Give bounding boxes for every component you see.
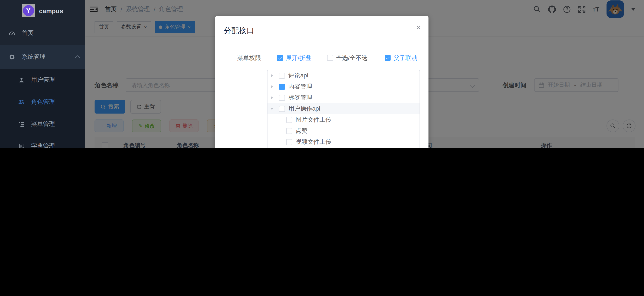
caret-right-icon[interactable] <box>271 74 273 77</box>
sidebar-item-label: 字典管理 <box>31 143 55 148</box>
tree-checkbox[interactable] <box>286 139 292 145</box>
logo-title: campus <box>39 7 63 14</box>
tree-icon <box>18 121 25 128</box>
users-icon <box>18 99 25 106</box>
expand-collapse-checkbox[interactable] <box>277 55 283 61</box>
tree-checkbox[interactable] <box>286 117 292 123</box>
campus-logo-icon: Y <box>22 4 35 17</box>
tree-node[interactable]: 内容管理 <box>268 81 420 92</box>
menu-permission-label: 菜单权限 <box>237 54 261 62</box>
caret-right-icon[interactable] <box>271 96 273 100</box>
expand-collapse-label[interactable]: 展开/折叠 <box>286 54 311 62</box>
sidebar-item-dict[interactable]: 字典管理 <box>0 135 85 148</box>
dialog-title: 分配接口 <box>224 25 254 36</box>
tree-checkbox[interactable] <box>279 106 285 112</box>
select-all-checkbox[interactable] <box>327 55 333 61</box>
tree-checkbox[interactable] <box>286 128 292 134</box>
caret-down-icon[interactable] <box>270 108 274 110</box>
user-icon <box>18 77 25 83</box>
tree-node[interactable]: 评论api <box>268 70 420 81</box>
app-root: Y campus 首页 系统管理 用户管理 <box>0 0 644 148</box>
sidebar: Y campus 首页 系统管理 用户管理 <box>0 0 85 148</box>
sidebar-group-label: 系统管理 <box>22 53 46 61</box>
tree-checkbox[interactable] <box>279 95 285 101</box>
sidebar-item-label: 用户管理 <box>31 76 55 84</box>
parent-child-link-label[interactable]: 父子联动 <box>394 54 418 62</box>
tree-node-child[interactable]: 点赞 <box>268 126 420 137</box>
dict-icon <box>18 143 25 148</box>
api-permission-tree: 评论api 内容管理 标签管理 用户操作api 图片文件上传 <box>267 70 420 148</box>
sidebar-item-home[interactable]: 首页 <box>0 21 85 45</box>
sidebar-group-system[interactable]: 系统管理 <box>0 45 85 69</box>
sidebar-item-label: 首页 <box>22 29 34 37</box>
tree-checkbox-indeterminate[interactable] <box>279 84 285 90</box>
close-icon[interactable]: × <box>416 23 421 32</box>
sidebar-submenu-system: 用户管理 角色管理 菜单管理 字典管理 <box>0 69 85 148</box>
sidebar-item-users[interactable]: 用户管理 <box>0 69 85 91</box>
tree-node[interactable]: 用户操作api <box>268 103 420 114</box>
sidebar-item-label: 角色管理 <box>31 98 55 106</box>
tree-node-child[interactable]: 图片文件上传 <box>268 114 420 126</box>
caret-right-icon[interactable] <box>271 85 273 88</box>
app-logo[interactable]: Y campus <box>0 0 85 21</box>
select-all-label[interactable]: 全选/全不选 <box>336 54 368 62</box>
tree-node-child[interactable]: 视频文件上传 <box>268 137 420 148</box>
tree-node[interactable]: 评论管理 <box>268 148 420 148</box>
sidebar-item-label: 菜单管理 <box>31 120 55 128</box>
gear-icon <box>8 54 15 60</box>
tree-checkbox[interactable] <box>279 73 285 79</box>
sidebar-item-menus[interactable]: 菜单管理 <box>0 113 85 135</box>
assign-api-dialog: 分配接口 × 菜单权限 展开/折叠 全选/全不选 父子联动 评论api 内容管理 <box>215 16 428 148</box>
menu-permission-row: 菜单权限 展开/折叠 全选/全不选 父子联动 <box>215 54 428 62</box>
dashboard-icon <box>8 30 15 37</box>
sidebar-item-roles[interactable]: 角色管理 <box>0 91 85 113</box>
logo-letter: Y <box>23 5 34 16</box>
chevron-up-icon <box>75 55 80 60</box>
parent-child-link-checkbox[interactable] <box>384 55 390 61</box>
tree-node[interactable]: 标签管理 <box>268 92 420 103</box>
